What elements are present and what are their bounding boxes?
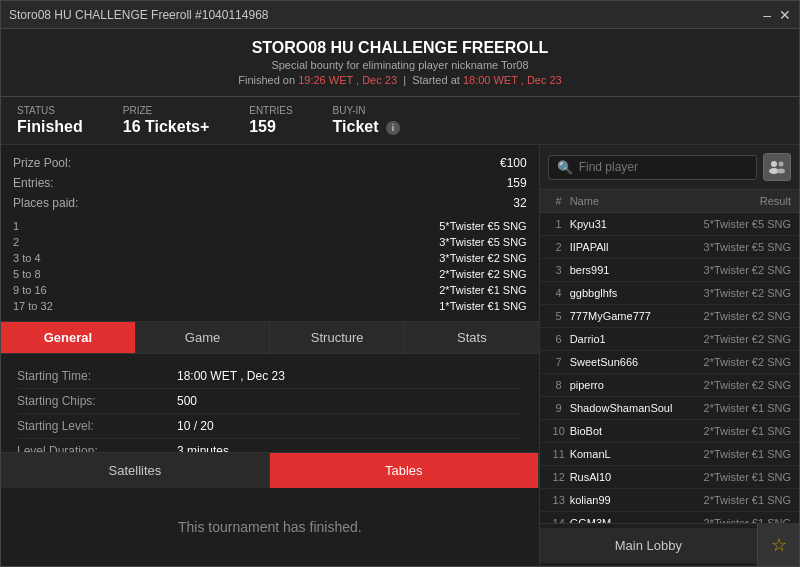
general-content: Starting Time:18:00 WET , Dec 23Starting… bbox=[1, 354, 539, 452]
player-row[interactable]: 12RusAl102*Twister €1 SNG bbox=[540, 466, 799, 489]
player-row[interactable]: 7SweetSun6662*Twister €2 SNG bbox=[540, 351, 799, 374]
prize-summary: Prize Pool:€100Entries:159Places paid:32 bbox=[13, 153, 527, 213]
satellites-button[interactable]: Satellites bbox=[1, 453, 270, 488]
tab-stats[interactable]: Stats bbox=[405, 322, 539, 353]
player-row[interactable]: 3bers9913*Twister €2 SNG bbox=[540, 259, 799, 282]
general-rows: Starting Time:18:00 WET , Dec 23Starting… bbox=[17, 364, 523, 452]
place-row: 5 to 82*Twister €2 SNG bbox=[13, 267, 527, 281]
status-label: Status bbox=[17, 105, 83, 116]
info-bar: Status Finished Prize 16 Tickets+ Entrie… bbox=[1, 97, 799, 145]
main-lobby-button[interactable]: Main Lobby bbox=[540, 528, 757, 563]
col-result-header: Result bbox=[691, 195, 791, 207]
finished-message: This tournament has finished. bbox=[1, 488, 539, 566]
prize-summary-row: Prize Pool:€100 bbox=[13, 153, 527, 173]
info-icon[interactable]: i bbox=[386, 121, 400, 135]
general-row: Starting Chips:500 bbox=[17, 389, 523, 414]
add-player-button[interactable] bbox=[763, 153, 791, 181]
search-icon: 🔍 bbox=[557, 160, 573, 175]
general-row: Starting Level:10 / 20 bbox=[17, 414, 523, 439]
people-icon bbox=[769, 160, 785, 174]
entries-item: Entries 159 bbox=[249, 105, 292, 136]
player-row[interactable]: 14GGM3M2*Twister €1 SNG bbox=[540, 512, 799, 523]
started-time: 18:00 WET , Dec 23 bbox=[463, 74, 562, 86]
prize-places: 15*Twister €5 SNG23*Twister €5 SNG3 to 4… bbox=[13, 219, 527, 313]
place-row: 23*Twister €5 SNG bbox=[13, 235, 527, 249]
place-row: 15*Twister €5 SNG bbox=[13, 219, 527, 233]
place-row: 3 to 43*Twister €2 SNG bbox=[13, 251, 527, 265]
player-row[interactable]: 5777MyGame7772*Twister €2 SNG bbox=[540, 305, 799, 328]
prize-item: Prize 16 Tickets+ bbox=[123, 105, 209, 136]
window-title: Storo08 HU CHALLENGE Freeroll #104011496… bbox=[9, 8, 268, 22]
status-value: Finished bbox=[17, 118, 83, 136]
tables-button[interactable]: Tables bbox=[270, 453, 539, 488]
tab-general[interactable]: General bbox=[1, 322, 136, 353]
player-row[interactable]: 13kolian992*Twister €1 SNG bbox=[540, 489, 799, 512]
general-row: Level Duration:3 minutes bbox=[17, 439, 523, 452]
tabs-row: General Game Structure Stats bbox=[1, 322, 539, 354]
place-row: 17 to 321*Twister €1 SNG bbox=[13, 299, 527, 313]
svg-point-2 bbox=[779, 162, 784, 167]
prize-label: Prize bbox=[123, 105, 209, 116]
close-button[interactable]: ✕ bbox=[779, 8, 791, 22]
title-bar: Storo08 HU CHALLENGE Freeroll #104011496… bbox=[1, 1, 799, 29]
general-row: Starting Time:18:00 WET , Dec 23 bbox=[17, 364, 523, 389]
svg-point-0 bbox=[771, 161, 777, 167]
prize-summary-row: Entries:159 bbox=[13, 173, 527, 193]
search-row: 🔍 bbox=[540, 145, 799, 190]
buyin-value: Ticket i bbox=[333, 118, 400, 136]
player-row[interactable]: 9ShadowShamanSoul2*Twister €1 SNG bbox=[540, 397, 799, 420]
right-panel: 🔍 # Name Result bbox=[540, 145, 799, 566]
tab-game[interactable]: Game bbox=[136, 322, 271, 353]
prize-value: 16 Tickets+ bbox=[123, 118, 209, 136]
main-window: Storo08 HU CHALLENGE Freeroll #104011496… bbox=[0, 0, 800, 567]
status-item: Status Finished bbox=[17, 105, 83, 136]
player-row[interactable]: 8piperro2*Twister €2 SNG bbox=[540, 374, 799, 397]
finished-time: 19:26 WET , Dec 23 bbox=[298, 74, 397, 86]
player-row[interactable]: 2IIPAPAll3*Twister €5 SNG bbox=[540, 236, 799, 259]
search-input-wrap: 🔍 bbox=[548, 155, 757, 180]
player-list: 1Kpyu315*Twister €5 SNG2IIPAPAll3*Twiste… bbox=[540, 213, 799, 523]
entries-value: 159 bbox=[249, 118, 292, 136]
col-rank-header: # bbox=[548, 195, 570, 207]
finished-label: Finished on bbox=[238, 74, 295, 86]
bottom-buttons: Satellites Tables bbox=[1, 452, 539, 488]
tournament-subtitle: Special bounty for eliminating player ni… bbox=[11, 59, 789, 71]
buyin-item: Buy-in Ticket i bbox=[333, 105, 400, 136]
prize-table: Prize Pool:€100Entries:159Places paid:32… bbox=[1, 145, 539, 322]
svg-point-3 bbox=[777, 169, 785, 174]
place-row: 9 to 162*Twister €1 SNG bbox=[13, 283, 527, 297]
entries-label: Entries bbox=[249, 105, 292, 116]
started-label: Started at bbox=[412, 74, 460, 86]
tournament-header: STORO08 HU CHALLENGE FREEROLL Special bo… bbox=[1, 29, 799, 97]
find-player-input[interactable] bbox=[579, 160, 748, 174]
player-list-header: # Name Result bbox=[540, 190, 799, 213]
col-name-header: Name bbox=[570, 195, 691, 207]
window-controls: – ✕ bbox=[763, 8, 791, 22]
tournament-title: STORO08 HU CHALLENGE FREEROLL bbox=[11, 39, 789, 57]
tournament-times: Finished on 19:26 WET , Dec 23 | Started… bbox=[11, 74, 789, 86]
player-row[interactable]: 6Darrio12*Twister €2 SNG bbox=[540, 328, 799, 351]
left-panel: Prize Pool:€100Entries:159Places paid:32… bbox=[1, 145, 540, 566]
lobby-btn-row: Main Lobby ☆ bbox=[540, 523, 799, 566]
minimize-button[interactable]: – bbox=[763, 8, 771, 22]
main-area: Prize Pool:€100Entries:159Places paid:32… bbox=[1, 145, 799, 566]
player-row[interactable]: 10BioBot2*Twister €1 SNG bbox=[540, 420, 799, 443]
player-row[interactable]: 11KomanL2*Twister €1 SNG bbox=[540, 443, 799, 466]
tab-structure[interactable]: Structure bbox=[270, 322, 405, 353]
buyin-label: Buy-in bbox=[333, 105, 400, 116]
prize-summary-row: Places paid:32 bbox=[13, 193, 527, 213]
player-row[interactable]: 1Kpyu315*Twister €5 SNG bbox=[540, 213, 799, 236]
player-row[interactable]: 4ggbbglhfs3*Twister €2 SNG bbox=[540, 282, 799, 305]
favorite-button[interactable]: ☆ bbox=[757, 524, 799, 566]
